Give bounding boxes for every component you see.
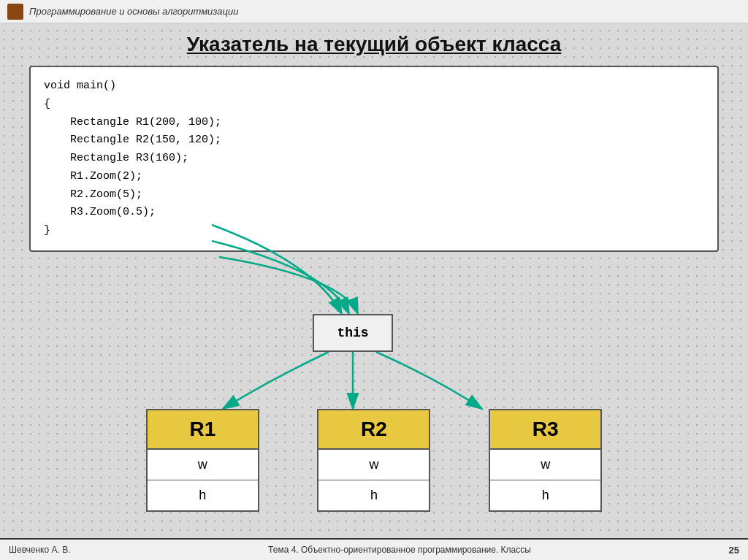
obj-r1-name: R1 bbox=[148, 410, 258, 450]
arrow-r2-this bbox=[212, 241, 349, 314]
obj-r1-field-h: h bbox=[148, 480, 258, 510]
obj-box-r3: R3 w h bbox=[489, 409, 602, 512]
header-icon bbox=[7, 4, 23, 20]
obj-r2-name: R2 bbox=[318, 410, 429, 450]
footer-author: Шевченко А. В. bbox=[9, 545, 70, 555]
footer-topic: Тема 4. Объектно-ориентированное програм… bbox=[70, 545, 728, 555]
page-title: Указатель на текущий объект класса bbox=[0, 33, 748, 56]
obj-r3-field-w: w bbox=[490, 450, 600, 480]
arrow-this-r1 bbox=[223, 352, 329, 409]
this-label: this bbox=[337, 326, 368, 340]
obj-r2-field-h: h bbox=[318, 480, 429, 510]
code-block: void main() { Rectangle R1(200, 100); Re… bbox=[29, 66, 719, 252]
obj-box-r1: R1 w h bbox=[146, 409, 259, 512]
obj-r3-field-h: h bbox=[490, 480, 600, 510]
object-boxes-row: R1 w h R2 w h R3 w h bbox=[117, 409, 631, 512]
slide-background: Программирование и основы алгоритмизации… bbox=[0, 0, 748, 560]
arrow-r3-this bbox=[219, 257, 358, 314]
code-text: void main() { Rectangle R1(200, 100); Re… bbox=[44, 77, 704, 240]
arrow-this-r3 bbox=[376, 352, 482, 409]
header-bar: Программирование и основы алгоритмизации bbox=[0, 0, 748, 23]
this-box: this bbox=[313, 314, 393, 352]
obj-r3-name: R3 bbox=[490, 410, 600, 450]
footer-page-number: 25 bbox=[729, 545, 739, 556]
obj-box-r2: R2 w h bbox=[317, 409, 430, 512]
obj-r2-field-w: w bbox=[318, 450, 429, 480]
footer-bar: Шевченко А. В. Тема 4. Объектно-ориентир… bbox=[0, 538, 748, 560]
obj-r1-field-w: w bbox=[148, 450, 258, 480]
header-title: Программирование и основы алгоритмизации bbox=[29, 6, 238, 17]
